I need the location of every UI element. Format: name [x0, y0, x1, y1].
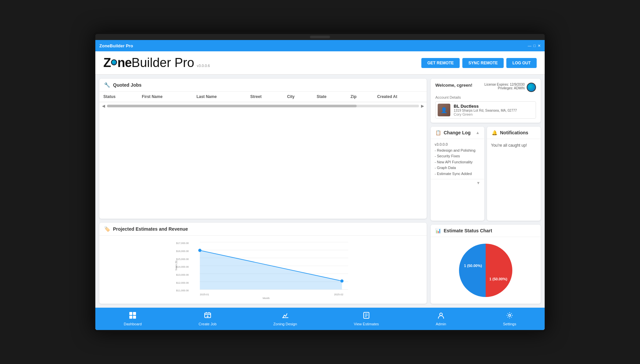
pie-chart-svg: 1 (50.00%) 1 (50.00%) — [449, 240, 522, 300]
account-details-label: Account Details — [435, 95, 536, 99]
bottom-nav: Dashboard Create Job — [95, 308, 545, 330]
zonebuilder-icon — [527, 83, 536, 92]
quoted-jobs-header: 🔧 Quoted Jobs — [99, 79, 427, 92]
welcome-section: Welcome, cgreen! — [435, 83, 472, 88]
scroll-left-arrow[interactable]: ◀ — [102, 104, 105, 108]
nav-zoning-design[interactable]: Zoning Design — [267, 310, 304, 327]
logout-button[interactable]: LOG OUT — [506, 58, 537, 68]
nav-create-job[interactable]: Create Job — [192, 310, 223, 327]
window-controls: — □ ✕ — [528, 44, 541, 48]
logo-version: v3.0.0.6 — [197, 64, 210, 68]
avatar: 👤 — [438, 104, 450, 116]
scroll-up-icon[interactable]: ▲ — [476, 130, 480, 135]
minimize-button[interactable]: — — [528, 44, 531, 48]
table-head: Status First Name Last Name Street City … — [99, 92, 427, 102]
horizontal-scrollbar[interactable]: ◀ ▶ — [99, 102, 427, 110]
account-user: Cory Green — [454, 112, 517, 116]
settings-icon — [506, 312, 513, 321]
projected-header: 🏷️ Projected Estimates and Revenue — [99, 223, 427, 236]
avatar-image: 👤 — [438, 104, 450, 116]
col-city: City — [283, 92, 313, 102]
charts-row: 🏷️ Projected Estimates and Revenue $17,0… — [99, 223, 427, 304]
chart-point-start — [198, 249, 201, 252]
welcome-text: Welcome, cgreen! — [435, 83, 472, 88]
get-remote-button[interactable]: GET REMOTE — [421, 58, 460, 68]
quoted-jobs-card: 🔧 Quoted Jobs Status First Name Last Nam… — [99, 79, 427, 219]
header-buttons: GET REMOTE SYNC REMOTE LOG OUT — [421, 58, 537, 68]
col-street: Street — [246, 92, 283, 102]
quoted-jobs-table: Status First Name Last Name Street City … — [99, 92, 427, 102]
pie-label-blue: 1 (50.00%) — [489, 277, 507, 281]
nav-admin-label: Admin — [436, 322, 446, 326]
pie-chart-container: 1 (50.00%) 1 (50.00%) — [431, 237, 541, 304]
y-label-17000: $17,000.00 — [176, 242, 189, 245]
tag-icon: 🏷️ — [104, 226, 110, 232]
logo-circle-icon — [111, 59, 117, 65]
x-axis-title: Month — [263, 297, 270, 299]
license-expires: License Expires: 12/9/2030 — [484, 83, 525, 86]
pie-label-red: 1 (50.00%) — [464, 264, 482, 268]
maximize-button[interactable]: □ — [533, 44, 536, 48]
account-info: BL Ductless 1319 Sharps Lot Rd, Swansea,… — [454, 104, 517, 116]
changelog-header: 📋 Change Log ▲ — [431, 127, 484, 139]
nav-settings[interactable]: Settings — [496, 310, 523, 327]
chart-area-fill — [200, 250, 342, 289]
projected-estimates-card: 🏷️ Projected Estimates and Revenue $17,0… — [99, 223, 427, 304]
y-label-15000: $15,000.00 — [176, 258, 189, 261]
nav-dashboard[interactable]: Dashboard — [117, 310, 148, 327]
logo-z: Z — [103, 56, 111, 70]
logo: Zne Builder Pro v3.0.0.6 — [103, 56, 210, 70]
application-window: ZoneBuilder Pro — □ ✕ Zne Builder Pro v3… — [95, 40, 545, 330]
title-bar: ZoneBuilder Pro — □ ✕ — [95, 40, 545, 51]
x-label-feb: 2025-02 — [334, 293, 343, 296]
changelog-card: 📋 Change Log ▲ v3.0.0.0 - Redesign and P… — [431, 127, 484, 221]
col-last-name: Last Name — [192, 92, 246, 102]
projected-chart-area: $17,000.00 $16,000.00 $15,000.00 $14,000… — [99, 236, 427, 304]
notifications-title: Notifications — [500, 130, 528, 135]
line-chart-svg: $17,000.00 $16,000.00 $15,000.00 $14,000… — [104, 239, 422, 299]
y-label-12000: $12,000.00 — [176, 281, 189, 284]
changelog-item: - Security Fixes — [435, 153, 480, 159]
quoted-jobs-title: Quoted Jobs — [113, 82, 142, 88]
scroll-thumb — [107, 105, 357, 107]
changelog-version: v3.0.0.0 — [435, 142, 480, 148]
changelog-scroll-controls: ▼ — [431, 179, 484, 187]
account-details: Welcome, cgreen! License Expires: 12/9/2… — [431, 79, 541, 123]
y-axis-title: Sales ($) — [175, 260, 178, 271]
y-label-16000: $16,000.00 — [176, 250, 189, 253]
sync-remote-button[interactable]: SYNC REMOTE — [462, 58, 504, 68]
svg-point-18 — [440, 313, 442, 316]
notifications-header: 🔔 Notifications — [487, 127, 541, 139]
close-button[interactable]: ✕ — [538, 44, 541, 48]
account-top: Welcome, cgreen! License Expires: 12/9/2… — [435, 83, 536, 92]
account-details-row: 👤 BL Ductless 1319 Sharps Lot Rd, Swanse… — [435, 101, 536, 119]
license-info: License Expires: 12/9/2030 Privileges: A… — [484, 83, 525, 90]
svg-rect-8 — [133, 312, 136, 315]
privileges: Privileges: ADMIN — [484, 86, 525, 90]
right-column: Welcome, cgreen! License Expires: 12/9/2… — [431, 79, 541, 304]
left-column: 🔧 Quoted Jobs Status First Name Last Nam… — [99, 79, 427, 304]
nav-admin[interactable]: Admin — [429, 310, 453, 327]
scroll-down-icon[interactable]: ▼ — [476, 181, 480, 185]
bottom-right-section: 📋 Change Log ▲ v3.0.0.0 - Redesign and P… — [431, 127, 541, 221]
estimate-status-header: 📊 Estimate Status Chart — [431, 225, 541, 237]
nav-create-job-label: Create Job — [199, 322, 217, 326]
app-content: Zne Builder Pro v3.0.0.6 GET REMOTE SYNC… — [95, 51, 545, 330]
changelog-title: Change Log — [444, 130, 471, 135]
col-first-name: First Name — [138, 92, 193, 102]
pie-segment-blue — [459, 244, 486, 297]
admin-icon — [437, 312, 445, 321]
quoted-jobs-table-wrapper[interactable]: Status First Name Last Name Street City … — [99, 92, 427, 102]
scroll-track — [107, 105, 419, 107]
y-label-14000: $14,000.00 — [176, 265, 189, 268]
chart-point-end — [340, 279, 343, 282]
monitor: ZoneBuilder Pro — □ ✕ Zne Builder Pro v3… — [93, 32, 547, 332]
svg-rect-7 — [129, 312, 132, 315]
notifications-card: 🔔 Notifications You're all caught up! — [487, 127, 541, 221]
monitor-camera — [310, 36, 330, 38]
nav-view-estimates[interactable]: View Estimates — [347, 310, 386, 327]
bell-icon: 🔔 — [492, 130, 497, 135]
changelog-item: - Graph Data — [435, 165, 480, 171]
estimate-status-title: Estimate Status Chart — [444, 228, 492, 233]
scroll-right-arrow[interactable]: ▶ — [421, 104, 424, 108]
